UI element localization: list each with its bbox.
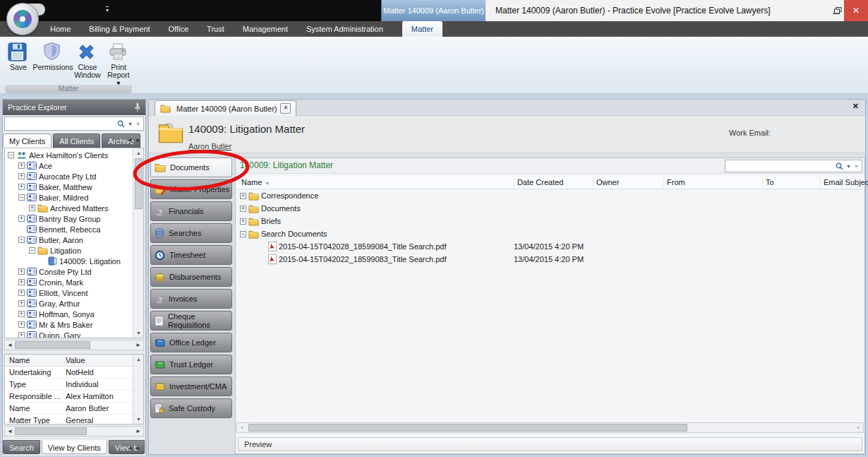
bottom-tab-search[interactable]: Search (3, 440, 40, 454)
tree-item-hoffman-sonya[interactable]: +Hoffman, Sonya (5, 309, 143, 319)
column-header-name[interactable]: Name▼ (241, 177, 270, 189)
document-row-2015-04-15t042022-18599083-title-search-[interactable]: 2015-04-15T042022_18599083_Title Search.… (236, 253, 864, 266)
ribbon-tab-system-administration[interactable]: System Administration (297, 21, 392, 37)
expander-minus-icon[interactable]: − (18, 237, 25, 243)
scroll-left-icon[interactable]: ◄ (5, 342, 15, 348)
menu-button-office-ledger[interactable]: Office Ledger (150, 333, 232, 352)
expander-minus-icon[interactable]: − (8, 152, 14, 158)
tree-item-elliott-vincent[interactable]: +Elliott, Vincent (5, 287, 143, 298)
expander-plus-icon[interactable]: + (18, 173, 25, 179)
expander-plus-icon[interactable]: + (240, 218, 246, 225)
scroll-up-icon[interactable]: ▲ (133, 148, 144, 158)
expander-plus-icon[interactable]: + (18, 268, 25, 275)
bottom-tab-scroll-arrows[interactable]: ◄► (127, 443, 144, 451)
documents-search-input[interactable] (725, 160, 836, 172)
tree-item-bantry-bay-group[interactable]: +Bantry Bay Group (5, 213, 143, 224)
app-logo-icon[interactable] (6, 3, 39, 35)
tree-item-butler-aaron[interactable]: −Butler, Aaron (5, 235, 143, 245)
tree-item-ace[interactable]: +Ace (5, 160, 143, 171)
search-icon[interactable] (117, 120, 125, 128)
tree-item-gray-arthur[interactable]: +Gray, Arthur (5, 298, 143, 309)
expander-minus-icon[interactable]: − (240, 231, 246, 237)
preview-bar[interactable]: Preview (238, 437, 862, 451)
expander-plus-icon[interactable]: + (18, 162, 25, 169)
expander-plus-icon[interactable]: + (18, 184, 25, 190)
tree-scroll-thumb[interactable] (135, 158, 143, 209)
explorer-tab-my-clients[interactable]: My Clients (3, 133, 52, 148)
matter-document-tab[interactable]: Matter 140009 (Aaron Butler) ✕ (155, 100, 296, 116)
tree-item-baker-matthew[interactable]: +Baker, Matthew (5, 182, 143, 192)
property-row[interactable]: Matter TypeGeneral (5, 415, 143, 425)
folder-row-briefs[interactable]: +Briefs (236, 215, 864, 227)
expander-plus-icon[interactable]: + (18, 321, 25, 328)
tree-item-baker-mildred[interactable]: −Baker, Mildred (5, 192, 143, 203)
expander-plus-icon[interactable]: + (18, 332, 25, 338)
grid-hscroll-thumb[interactable] (248, 424, 687, 432)
menu-button-matter-properties[interactable]: Matter Properties (150, 179, 232, 199)
tree-vertical-scrollbar[interactable]: ▲ ▼ (133, 148, 143, 338)
search-icon[interactable] (836, 162, 843, 170)
tree-item-consite-pty-ltd[interactable]: +Consite Pty Ltd (5, 266, 143, 277)
ribbon-tab-home[interactable]: Home (41, 21, 80, 37)
tree-horizontal-scrollbar[interactable]: ◄ ► (4, 340, 144, 350)
tree-item-cronin-mark[interactable]: +Cronin, Mark (5, 277, 143, 287)
menu-button-financials[interactable]: Financials (150, 201, 232, 221)
tree-item-bennett-rebecca[interactable]: Bennett, Rebecca (5, 224, 143, 235)
client-link[interactable]: Aaron Butler (188, 142, 231, 150)
menu-button-safe-custody[interactable]: Safe Custody (150, 398, 232, 418)
expander-plus-icon[interactable]: + (18, 311, 25, 317)
tree-item-140009-litigation[interactable]: 140009: Litigation (5, 256, 143, 266)
column-header-email-subject[interactable]: Email Subject (820, 177, 868, 189)
tab-close-icon[interactable]: ✕ (280, 103, 291, 114)
search-dropdown-icon[interactable]: ▼ (128, 121, 133, 126)
expander-plus-icon[interactable]: + (18, 279, 25, 285)
save-button[interactable]: Save (5, 40, 32, 88)
expander-minus-icon[interactable]: − (18, 194, 25, 201)
props-horizontal-scrollbar[interactable]: ◄ ► (4, 426, 144, 437)
property-row[interactable]: UndertakingNotHeld (5, 367, 143, 379)
folder-row-documents[interactable]: +Documents (236, 202, 864, 215)
panel-close-icon[interactable]: ✕ (852, 102, 859, 111)
column-header-owner[interactable]: Owner (593, 177, 619, 189)
expander-minus-icon[interactable]: − (29, 247, 35, 254)
expander-plus-icon[interactable]: + (29, 205, 35, 211)
tab-scroll-left-icon[interactable]: ◄ (127, 445, 135, 451)
pin-icon[interactable] (134, 102, 141, 112)
tree-item-mr-mrs-baker[interactable]: +Mr & Mrs Baker (5, 319, 143, 330)
folder-row-correspondence[interactable]: +Correspondence (236, 189, 864, 202)
tab-scroll-right-icon[interactable]: ► (135, 445, 144, 451)
tree-item-alex-hamilton-s-clients[interactable]: −Alex Hamilton's Clients (5, 150, 143, 160)
expander-plus-icon[interactable]: + (240, 206, 246, 212)
column-header-to[interactable]: To (762, 177, 774, 189)
permissions-button[interactable]: Permissions (36, 40, 70, 88)
menu-button-searches[interactable]: Searches (150, 223, 232, 243)
ribbon-tab-matter-active[interactable]: Matter (402, 21, 442, 37)
tree-item-litigation[interactable]: −Litigation (5, 245, 143, 256)
scroll-left-icon[interactable]: ‹ (237, 425, 247, 431)
menu-button-invoices[interactable]: Invoices (150, 289, 232, 309)
ribbon-tab-office[interactable]: Office (159, 21, 198, 37)
search-expand-icon[interactable]: » (855, 162, 858, 170)
explorer-tab-scroll-arrows[interactable]: ◄► (127, 135, 144, 143)
tree-hscroll-thumb[interactable] (15, 341, 90, 349)
expander-plus-icon[interactable]: + (240, 193, 246, 199)
bottom-tab-view-by-clients[interactable]: View by Clients (42, 440, 107, 454)
tree-item-quinn-gary[interactable]: +Quinn, Gary (5, 330, 143, 338)
explorer-search-input[interactable] (5, 117, 117, 130)
ribbon-tab-billing-payment[interactable]: Billing & Payment (80, 21, 159, 37)
close-window-button[interactable]: Close Window (74, 40, 101, 88)
menu-button-disbursements[interactable]: Disbursements (150, 267, 232, 287)
property-row[interactable]: NameAaron Butler (5, 403, 143, 415)
props-hscroll-thumb[interactable] (15, 427, 87, 435)
property-row[interactable]: TypeIndividual (5, 379, 143, 391)
search-expand-icon[interactable]: » (136, 120, 140, 127)
document-row-2015-04-15t042028-18599084-title-search-[interactable]: 2015-04-15T042028_18599084_Title Search.… (236, 240, 864, 253)
column-header-date-created[interactable]: Date Created (514, 177, 563, 189)
menu-button-investment-cma[interactable]: Investment/CMA (150, 376, 232, 396)
sort-arrow-icon[interactable]: ▼ (265, 181, 270, 186)
scroll-right-icon[interactable]: ► (133, 342, 143, 348)
contextual-tab-header[interactable]: Matter 140009 (Aaron Butler) (381, 0, 486, 21)
tree-item-aurocate-pty-ltd[interactable]: +Aurocate Pty Ltd (5, 171, 143, 182)
search-dropdown-icon[interactable]: ▼ (846, 164, 851, 169)
tree-item-archived-matters[interactable]: +Archived Matters (5, 203, 143, 213)
